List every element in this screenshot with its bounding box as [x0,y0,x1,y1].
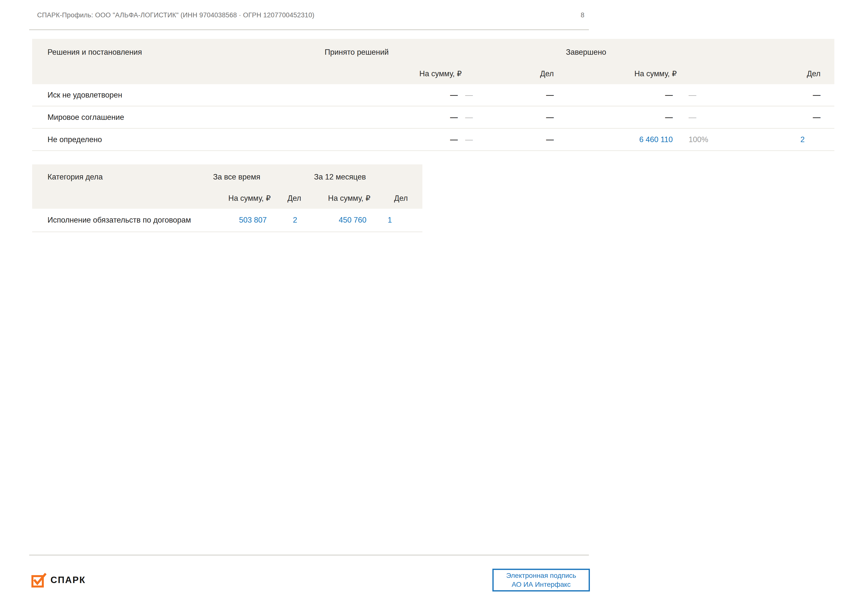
cell-finished-pct: — [677,91,713,99]
table-row: Мировое соглашение — — — — — — [32,106,834,129]
group-header-all-time: За все время [213,173,260,182]
cell-all-time-cases-link[interactable]: 2 [293,216,297,225]
spark-logo-text: СПАРК [51,575,85,585]
row-label: Иск не удовлетворен [32,91,410,99]
page-header: СПАРК-Профиль: ООО "АЛЬФА-ЛОГИСТИК" (ИНН… [37,11,584,19]
decisions-table: Решения и постановления Принято решений … [32,39,834,151]
signature-stamp[interactable]: Электронная подпись АО ИА Интерфакс [492,569,590,591]
cell-finished-cases: — [713,91,834,99]
categories-table-header: Категория дела За все время За 12 месяце… [32,165,422,209]
cell-finished-sum: — [665,91,673,99]
cell-finished-sum: — [665,113,673,122]
cell-finished-sum-link[interactable]: 6 460 110 [639,135,673,144]
cell-finished-cases-link[interactable]: 2 [800,135,804,144]
header-divider [29,29,589,30]
column-header-cases-finished: Дел [713,69,834,78]
column-header-sum-all-time: На сумму, ₽ [205,194,271,203]
table-row: Не определено — — — 6 460 110 100% 2 [32,129,834,151]
stamp-line-1: Электронная подпись [506,571,576,580]
group-header-12-months: За 12 месяцев [314,173,366,182]
cell-12-months-sum-link[interactable]: 450 760 [339,216,366,225]
page-title: СПАРК-Профиль: ООО "АЛЬФА-ЛОГИСТИК" (ИНН… [37,11,315,19]
cell-accepted-sum: — [450,91,458,99]
table-row: Исполнение обязательств по договорам 503… [32,209,422,232]
column-header-cases-all-time: Дел [271,194,301,203]
footer-divider [29,555,589,556]
checkbox-check-icon [31,572,46,588]
cell-accepted-cases: — [485,113,554,122]
cell-finished-pct: — [677,113,713,122]
cell-accepted-pct: — [462,91,485,99]
cell-accepted-cases: — [485,91,554,99]
group-header-accepted: Принято решений [325,48,389,57]
row-label: Мировое соглашение [32,113,410,122]
group-header-finished: Завершено [566,48,606,57]
spark-logo: СПАРК [31,572,85,588]
categories-table: Категория дела За все время За 12 месяце… [32,165,422,232]
page-number: 8 [581,11,584,19]
column-header-cases-12-months: Дел [370,194,422,203]
cell-accepted-pct: — [462,113,485,122]
row-label: Исполнение обязательств по договорам [32,216,205,225]
column-header-sum-accepted: На сумму, ₽ [410,69,462,78]
categories-table-title: Категория дела [48,173,103,182]
stamp-line-2: АО ИА Интерфакс [512,580,571,589]
cell-accepted-sum: — [450,113,458,122]
cell-accepted-pct: — [462,135,485,144]
column-header-sum-12-months: На сумму, ₽ [301,194,370,203]
column-header-sum-finished: На сумму, ₽ [554,69,677,78]
cell-accepted-cases: — [485,135,554,144]
decisions-table-header: Решения и постановления Принято решений … [32,39,834,84]
cell-all-time-sum-link[interactable]: 503 807 [239,216,267,225]
cell-finished-pct: 100% [677,135,713,144]
cell-finished-cases: — [713,113,834,122]
row-label: Не определено [32,135,410,144]
cell-12-months-cases-link[interactable]: 1 [388,216,392,225]
decisions-table-title: Решения и постановления [48,48,142,57]
cell-accepted-sum: — [450,135,458,144]
table-row: Иск не удовлетворен — — — — — — [32,84,834,106]
column-header-cases-accepted: Дел [485,69,554,78]
